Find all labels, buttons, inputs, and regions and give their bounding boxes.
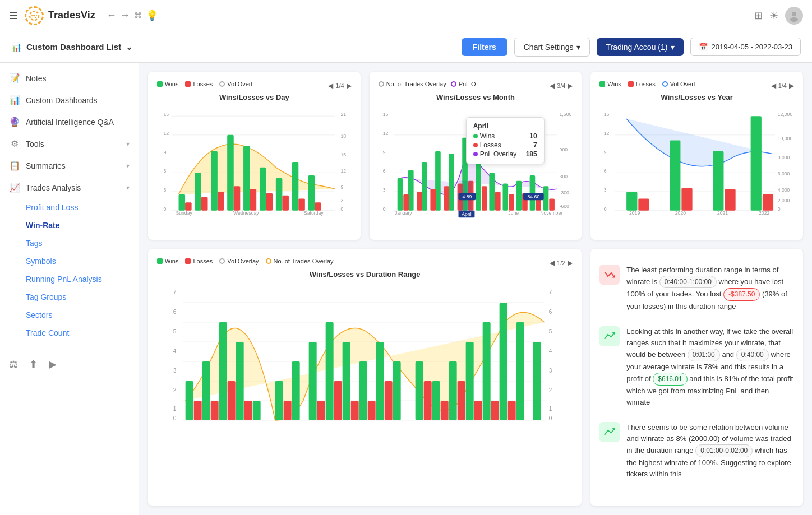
- topbar: ☰ TV TradesViz ← → ⌘ 💡 ⊞ ☀: [0, 0, 812, 31]
- svg-rect-74: [430, 189, 436, 211]
- svg-text:15: 15: [382, 112, 388, 117]
- trading-account-button[interactable]: Trading Accou (1) ▾: [597, 38, 684, 56]
- tooltip-wins-row: Wins 10: [473, 132, 537, 140]
- sidebar-item-ai[interactable]: 🔮 Artificial Intelligence Q&A: [0, 111, 139, 133]
- sidebar-item-custom-dashboards[interactable]: 📊 Custom Dashboards: [0, 89, 139, 111]
- prev-button[interactable]: ◀: [328, 82, 333, 90]
- svg-text:January: January: [395, 210, 412, 216]
- avatar[interactable]: [785, 7, 803, 25]
- svg-rect-163: [449, 361, 457, 420]
- svg-text:4: 4: [549, 348, 552, 354]
- bulb-button[interactable]: 💡: [146, 10, 158, 22]
- svg-rect-29: [276, 178, 283, 211]
- logo: TV TradesViz: [25, 6, 95, 25]
- svg-rect-162: [432, 381, 440, 420]
- date-range-button[interactable]: 📅 2019-04-05 - 2022-03-23: [690, 38, 801, 56]
- insight-icon-3: [599, 422, 620, 442]
- svg-text:4: 4: [173, 348, 177, 354]
- ai-icon: 🔮: [9, 117, 20, 127]
- cmd-button[interactable]: ⌘: [133, 10, 142, 21]
- sidebar-item-label: Tools: [26, 140, 121, 149]
- svg-rect-155: [309, 342, 317, 420]
- sidebar-sub-profit-and-loss[interactable]: Profit and Loss: [0, 198, 139, 216]
- next-button[interactable]: ▶: [789, 82, 794, 90]
- sidebar-item-summaries[interactable]: 📋 Summaries ▾: [0, 155, 139, 177]
- back-button[interactable]: ←: [107, 10, 117, 21]
- tooltip-losses-dot: [473, 143, 478, 147]
- svg-rect-161: [416, 361, 423, 420]
- sidebar-sub-sectors[interactable]: Sectors: [0, 306, 139, 324]
- settings-icon[interactable]: ⚖: [9, 358, 18, 370]
- svg-text:0: 0: [778, 206, 781, 212]
- svg-rect-159: [376, 342, 384, 420]
- wins-yr-dot: [599, 81, 605, 87]
- chart-svg-year: 15 12 9 6 3 0 12,000 10,000 8,000 6,000 …: [599, 106, 794, 220]
- filters-button[interactable]: Filters: [462, 38, 507, 56]
- losses-dur-dot: [185, 258, 191, 264]
- svg-rect-118: [725, 189, 736, 211]
- play-icon[interactable]: ▶: [49, 358, 57, 370]
- prev-button[interactable]: ◀: [550, 259, 555, 267]
- forward-button[interactable]: →: [120, 10, 130, 21]
- next-button[interactable]: ▶: [568, 259, 573, 267]
- next-button[interactable]: ▶: [347, 82, 352, 90]
- sidebar-sub-tag-groups[interactable]: Tag Groups: [0, 288, 139, 306]
- grid-icon[interactable]: ⊞: [754, 10, 763, 22]
- legend-no-trades: No. of Trades Overlay: [379, 81, 446, 87]
- svg-text:3: 3: [340, 198, 343, 203]
- sidebar-item-tools[interactable]: ⚙ Tools ▾: [0, 133, 139, 155]
- menu-icon[interactable]: ☰: [9, 10, 18, 22]
- sun-icon[interactable]: ☀: [769, 10, 778, 22]
- prev-button[interactable]: ◀: [771, 82, 776, 90]
- svg-text:7: 7: [549, 289, 552, 295]
- sidebar-sub-win-rate[interactable]: Win-Rate: [0, 216, 139, 234]
- svg-text:9: 9: [340, 184, 343, 190]
- prev-button[interactable]: ◀: [550, 82, 555, 90]
- legend-vol-yr: Vol Overl: [662, 81, 695, 87]
- wins-legend-label: Wins: [165, 81, 178, 87]
- tooltip-wins-val: 10: [529, 132, 537, 140]
- svg-point-2: [792, 12, 796, 16]
- svg-rect-31: [308, 175, 315, 211]
- subheader: 📊 Custom Dashboard List ⌄ Filters Chart …: [0, 31, 812, 63]
- main-layout: 📝 Notes 📊 Custom Dashboards 🔮 Artificial…: [0, 63, 812, 515]
- app-name: TradesViz: [48, 10, 95, 21]
- svg-text:12: 12: [382, 131, 388, 136]
- chevron-down-icon: ▾: [671, 43, 675, 52]
- svg-text:21: 21: [340, 112, 346, 117]
- svg-rect-72: [403, 194, 409, 211]
- svg-rect-78: [482, 186, 487, 210]
- sidebar-sub-running-pnl[interactable]: Running PnL Analysis: [0, 270, 139, 288]
- trading-account-label: Trading Accou (1): [606, 43, 667, 52]
- svg-text:84.60: 84.60: [527, 194, 539, 199]
- sidebar-item-notes[interactable]: 📝 Notes: [0, 67, 139, 89]
- svg-text:1,500: 1,500: [559, 112, 571, 117]
- svg-text:5: 5: [549, 328, 552, 335]
- sidebar-sub-trade-count[interactable]: Trade Count: [0, 324, 139, 342]
- chart-nav-duration: ◀ 1/2 ▶: [550, 259, 573, 267]
- sidebar-item-label: Summaries: [26, 161, 121, 170]
- sidebar-sub-symbols[interactable]: Symbols: [0, 252, 139, 270]
- subheader-title[interactable]: 📊 Custom Dashboard List ⌄: [11, 42, 133, 52]
- legend-pnl: PnL O: [451, 81, 476, 87]
- sidebar-item-label: Notes: [26, 74, 130, 83]
- chevron-down-icon: ▾: [126, 162, 130, 170]
- vol-legend-dot: [219, 81, 225, 87]
- chart-settings-button[interactable]: Chart Settings ▾: [514, 38, 590, 57]
- upload-icon[interactable]: ⬆: [29, 358, 38, 370]
- sidebar-sub-tags[interactable]: Tags: [0, 234, 139, 252]
- sidebar-item-label: Custom Dashboards: [26, 96, 130, 105]
- svg-rect-150: [219, 322, 227, 420]
- next-button[interactable]: ▶: [568, 82, 573, 90]
- profit-badge: $616.01: [653, 373, 687, 386]
- svg-rect-23: [179, 194, 186, 211]
- sidebar-item-trades-analysis[interactable]: 📈 Trades Analysis ▾: [0, 177, 139, 198]
- tooltip-title: April: [473, 122, 537, 130]
- dashboards-icon: 📊: [9, 95, 20, 105]
- logo-icon: TV: [25, 6, 44, 25]
- volume-range-badge: 0:01:00-0:02:00: [695, 444, 753, 457]
- svg-rect-33: [201, 197, 208, 211]
- tooltip-losses-row: Losses 7: [473, 141, 537, 149]
- chevron-down-icon: ▾: [126, 140, 130, 148]
- svg-rect-60: [397, 178, 403, 211]
